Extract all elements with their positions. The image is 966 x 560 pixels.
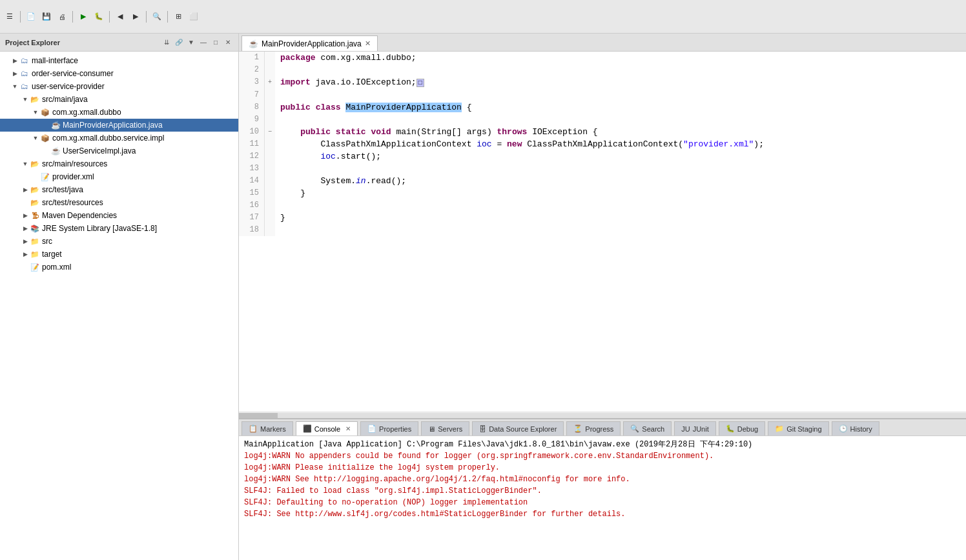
code-line-3: 3 + import java.io.IOException;□: [239, 76, 966, 89]
line-marker-13: [265, 163, 275, 175]
tab-console[interactable]: ⬛ Console ✕: [296, 421, 358, 435]
sep-4: [146, 11, 147, 23]
toggle-user[interactable]: ▼: [10, 82, 19, 91]
tree-label-pom: pom.xml: [42, 263, 71, 272]
toolbar-btn-forward[interactable]: ▶: [128, 10, 143, 24]
tab-close-btn[interactable]: ✕: [365, 39, 371, 48]
tab-junit[interactable]: JU JUnit: [674, 421, 716, 435]
tree-item-src-test-java[interactable]: ▶ 📂 src/test/java: [0, 183, 238, 196]
collapse-all-btn[interactable]: ⇊: [161, 37, 172, 48]
tree-item-main-app[interactable]: ☕ MainProviderApplication.java: [0, 119, 238, 132]
toolbar-btn-search[interactable]: 🔍: [150, 10, 164, 24]
link-editor-btn[interactable]: 🔗: [174, 37, 184, 48]
editor-tab-main[interactable]: ☕ MainProviderApplication.java ✕: [242, 35, 378, 51]
tree-item-jre[interactable]: ▶ 📚 JRE System Library [JavaSE-1.8]: [0, 222, 238, 235]
tab-debug[interactable]: 🐛 Debug: [719, 421, 765, 435]
tree-label-mall-interface: mall-interface: [32, 56, 78, 65]
toolbar-btn-debug[interactable]: 🐛: [92, 10, 106, 24]
tree-item-pom[interactable]: 📝 pom.xml: [0, 261, 238, 274]
tree-label-target: target: [42, 250, 62, 259]
tree-item-src-resources[interactable]: ▼ 📂 src/main/resources: [0, 157, 238, 170]
tree-label-pkg1: com.xg.xmall.dubbo: [52, 108, 121, 117]
tab-search[interactable]: 🔍 Search: [623, 421, 672, 435]
tree-item-pkg1[interactable]: ▼ 📦 com.xg.xmall.dubbo: [0, 106, 238, 119]
tree-item-target[interactable]: ▶ 📁 target: [0, 248, 238, 261]
toolbar-btn-save[interactable]: 💾: [39, 10, 54, 24]
tree-item-mall-interface[interactable]: ▶ 🗂 mall-interface: [0, 54, 238, 67]
toolbar: ☰ 📄 💾 🖨 ▶ 🐛 ◀ ▶ 🔍 ⊞ ⬜: [0, 0, 966, 34]
line-num-12: 12: [239, 150, 265, 163]
toggle-pkg2[interactable]: ▼: [31, 134, 40, 143]
toolbar-btn-back[interactable]: ◀: [113, 10, 127, 24]
toolbar-btn-1[interactable]: ☰: [3, 10, 17, 24]
maven-icon: 🗜: [30, 210, 40, 221]
project-tree: ▶ 🗂 mall-interface ▶ 🗂 order-service-con…: [0, 52, 238, 560]
code-line-9: 9: [239, 114, 966, 126]
toggle-resources[interactable]: ▼: [21, 159, 30, 168]
line-content-4: [275, 89, 966, 101]
servers-icon: 🖥: [428, 425, 435, 433]
code-line-4: 7: [239, 89, 966, 101]
toggle-jre[interactable]: ▶: [21, 224, 30, 233]
view-menu-btn[interactable]: ▼: [186, 37, 196, 48]
line-marker-16: [265, 199, 275, 212]
tree-item-src-main-java[interactable]: ▼ 📂 src/main/java: [0, 93, 238, 106]
toggle-src-root[interactable]: ▶: [21, 237, 30, 246]
tab-history[interactable]: 🕒 History: [832, 421, 879, 435]
tree-label-provider-xml: provider.xml: [52, 172, 94, 181]
tree-item-user-impl[interactable]: ☕ UserServiceImpl.java: [0, 145, 238, 157]
toggle-test-java[interactable]: ▶: [21, 185, 30, 194]
xml-icon: 📝: [40, 172, 50, 182]
toggle-pkg1[interactable]: ▼: [31, 108, 40, 117]
junit-icon: JU: [681, 425, 690, 433]
tree-item-user-service[interactable]: ▼ 🗂 user-service-provider: [0, 80, 238, 93]
tree-item-src-test-res[interactable]: 📂 src/test/resources: [0, 196, 238, 209]
tab-servers[interactable]: 🖥 Servers: [421, 421, 469, 435]
toggle-mall-interface[interactable]: ▶: [10, 56, 19, 65]
tab-progress[interactable]: ⏳ Progress: [566, 421, 621, 435]
line-content-2: [275, 64, 966, 76]
maximize-panel-btn[interactable]: □: [211, 37, 221, 48]
toolbar-btn-maximize[interactable]: ⬜: [187, 10, 201, 24]
tab-properties[interactable]: 📄 Properties: [360, 421, 418, 435]
java-icon: ☕: [50, 120, 61, 130]
code-line-1: 1 package com.xg.xmall.dubbo;: [239, 52, 966, 64]
toggle-empty: [41, 121, 50, 130]
close-panel-btn[interactable]: ✕: [223, 37, 233, 48]
toolbar-btn-perspective[interactable]: ⊞: [171, 10, 185, 24]
toolbar-btn-run[interactable]: ▶: [76, 10, 90, 24]
tree-item-src[interactable]: ▶ 📁 src: [0, 235, 238, 248]
tree-label-jre: JRE System Library [JavaSE-1.8]: [42, 224, 157, 233]
tab-git-staging[interactable]: 📁 Git Staging: [768, 421, 828, 435]
tree-item-provider-xml[interactable]: 📝 provider.xml: [0, 170, 238, 183]
code-editor[interactable]: 1 package com.xg.xmall.dubbo; 2 3: [239, 52, 966, 412]
console-line-6: SLF4J: See http://www.slf4j.org/codes.ht…: [244, 508, 961, 520]
tab-search-label: Search: [642, 425, 664, 433]
tab-console-close[interactable]: ✕: [345, 425, 351, 432]
tab-datasource-label: Data Source Explorer: [489, 425, 557, 433]
toolbar-btn-print[interactable]: 🖨: [55, 10, 69, 24]
line-num-9: 9: [239, 114, 265, 126]
scroll-track: [239, 413, 966, 418]
tab-markers[interactable]: 📋 Markers: [242, 421, 293, 435]
minimize-btn[interactable]: —: [198, 37, 209, 48]
toggle-target[interactable]: ▶: [21, 250, 30, 259]
tree-label-test-java: src/test/java: [42, 185, 83, 194]
horizontal-scrollbar[interactable]: [239, 412, 966, 418]
bottom-tabs: 📋 Markers ⬛ Console ✕ 📄 Properties 🖥: [239, 419, 966, 436]
line-content-8: public class MainProviderApplication {: [275, 101, 966, 114]
scroll-thumb[interactable]: [239, 413, 278, 418]
toggle-maven[interactable]: ▶: [21, 211, 30, 220]
toggle-src[interactable]: ▼: [21, 95, 30, 104]
folder-icon: 📁: [30, 236, 40, 246]
tree-item-order-service[interactable]: ▶ 🗂 order-service-consumer: [0, 67, 238, 80]
tab-debug-label: Debug: [737, 425, 758, 433]
line-num-15: 15: [239, 187, 265, 199]
toggle-order[interactable]: ▶: [10, 69, 19, 78]
toolbar-btn-new[interactable]: 📄: [24, 10, 38, 24]
debug-icon: 🐛: [726, 425, 735, 433]
tree-item-maven[interactable]: ▶ 🗜 Maven Dependencies: [0, 209, 238, 222]
sep-5: [167, 11, 168, 23]
tab-datasource[interactable]: 🗄 Data Source Explorer: [472, 421, 564, 435]
tree-item-pkg2[interactable]: ▼ 📦 com.xg.xmall.dubbo.service.impl: [0, 132, 238, 145]
